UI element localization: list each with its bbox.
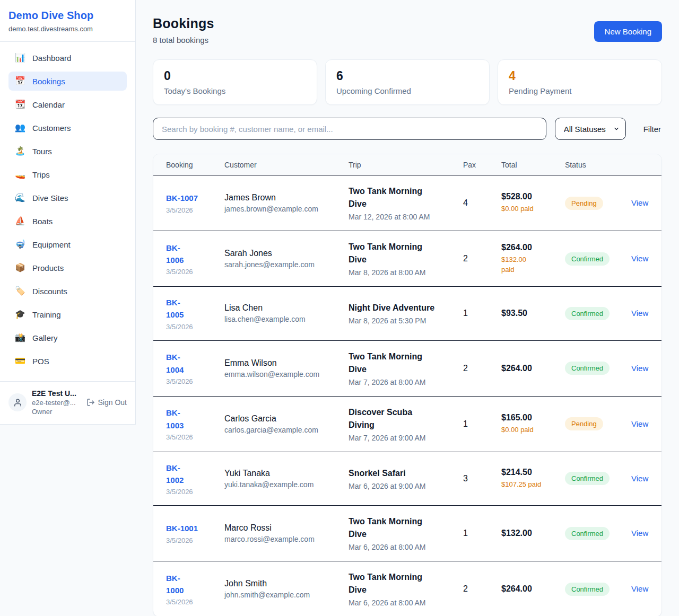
booking-number-link[interactable]: BK-1007 xyxy=(166,192,198,204)
booking-number-link[interactable]: BK- 1006 xyxy=(166,242,184,267)
column-header-pax: Pax xyxy=(463,161,501,169)
sign-out-label: Sign Out xyxy=(98,398,127,407)
filters-bar: All Statuses Filter xyxy=(153,118,662,140)
booking-number-link[interactable]: BK- 1005 xyxy=(166,296,184,321)
sidebar-item-training[interactable]: 🎓 Training xyxy=(8,305,127,324)
total-amount: $264.00 xyxy=(501,584,560,594)
booking-number-link[interactable]: BK- 1004 xyxy=(166,351,184,376)
pax-count: 2 xyxy=(463,364,501,373)
sidebar-item-customers[interactable]: 👥 Customers xyxy=(8,118,127,137)
sidebar-item-equipment[interactable]: 🤿 Equipment xyxy=(8,235,127,254)
total-amount: $264.00 xyxy=(501,364,560,373)
customer-name: Emma Wilson xyxy=(224,358,343,368)
booking-date: 3/5/2026 xyxy=(166,206,219,214)
column-header-total: Total xyxy=(501,161,565,169)
table-header-row: BookingCustomerTripPaxTotalStatus xyxy=(153,154,661,175)
view-link[interactable]: View xyxy=(631,474,648,483)
new-booking-button[interactable]: New Booking xyxy=(594,21,662,42)
trip-name: Night Dive Adventure xyxy=(349,302,458,314)
speedboat-icon: 🚤 xyxy=(15,170,25,179)
total-amount: $264.00 xyxy=(501,243,560,252)
booking-date: 3/5/2026 xyxy=(166,377,219,385)
sidebar-item-gallery[interactable]: 📸 Gallery xyxy=(8,328,127,347)
booking-number-link[interactable]: BK- 1003 xyxy=(166,407,184,432)
booking-number-link[interactable]: BK-1001 xyxy=(166,522,198,534)
table-row: BK- 1004 3/5/2026 Emma Wilson emma.wilso… xyxy=(153,340,661,396)
filter-button[interactable]: Filter xyxy=(643,125,661,134)
total-amount: $165.00 xyxy=(501,413,560,423)
stat-card: 6 Upcoming Confirmed xyxy=(325,59,490,105)
status-badge: Confirmed xyxy=(565,583,610,596)
status-badge: Confirmed xyxy=(565,527,610,540)
calendar-icon: 📆 xyxy=(15,100,25,109)
status-badge: Pending xyxy=(565,417,603,430)
status-badge: Confirmed xyxy=(565,472,610,485)
diving-mask-icon: 🤿 xyxy=(15,240,25,249)
customer-email: sarah.jones@example.com xyxy=(224,260,343,269)
total-amount: $214.50 xyxy=(501,468,560,477)
total-amount: $528.00 xyxy=(501,192,560,201)
view-link[interactable]: View xyxy=(631,254,648,263)
page-header: Bookings 8 total bookings New Booking xyxy=(153,16,662,45)
booking-number-link[interactable]: BK- 1002 xyxy=(166,462,184,487)
sidebar-item-dive-sites[interactable]: 🌊 Dive Sites xyxy=(8,188,127,207)
view-link[interactable]: View xyxy=(631,198,648,207)
stat-value: 6 xyxy=(336,69,478,83)
sidebar-item-products[interactable]: 📦 Products xyxy=(8,258,127,277)
credit-card-icon: 💳 xyxy=(15,357,25,365)
sidebar-item-pos[interactable]: 💳 POS xyxy=(8,351,127,371)
status-badge: Confirmed xyxy=(565,307,610,320)
view-link[interactable]: View xyxy=(631,309,648,318)
people-icon: 👥 xyxy=(15,124,25,132)
sidebar-item-calendar[interactable]: 📆 Calendar xyxy=(8,95,127,114)
sidebar-item-tours[interactable]: 🏝️ Tours xyxy=(8,142,127,161)
pax-count: 1 xyxy=(463,419,501,429)
view-link[interactable]: View xyxy=(631,364,648,373)
sign-out-button[interactable]: Sign Out xyxy=(86,398,127,407)
customer-email: yuki.tanaka@example.com xyxy=(224,480,343,489)
trip-datetime: Mar 6, 2026 at 9:00 AM xyxy=(349,482,458,490)
sidebar-nav: 📊 Dashboard 📅 Bookings 📆 Calendar 👥 Cust… xyxy=(0,42,135,379)
camera-icon: 📸 xyxy=(15,333,25,342)
package-icon: 📦 xyxy=(15,263,25,272)
status-badge: Pending xyxy=(565,197,603,210)
view-link[interactable]: View xyxy=(631,419,648,428)
pax-count: 3 xyxy=(463,474,501,483)
booking-date: 3/5/2026 xyxy=(166,433,219,441)
booking-number-link[interactable]: BK- 1000 xyxy=(166,572,184,597)
sidebar-item-boats[interactable]: ⛵ Boats xyxy=(8,212,127,231)
sidebar-item-dashboard[interactable]: 📊 Dashboard xyxy=(8,48,127,67)
view-link[interactable]: View xyxy=(631,584,648,593)
table-row: BK- 1003 3/5/2026 Carlos Garcia carlos.g… xyxy=(153,396,661,452)
status-badge: Confirmed xyxy=(565,362,610,375)
avatar xyxy=(8,393,27,411)
trip-datetime: Mar 8, 2026 at 5:30 PM xyxy=(349,316,458,325)
trip-name: Two Tank Morning Dive xyxy=(349,350,458,376)
table-row: BK- 1006 3/5/2026 Sarah Jones sarah.jone… xyxy=(153,231,661,286)
table-row: BK- 1002 3/5/2026 Yuki Tanaka yuki.tanak… xyxy=(153,452,661,506)
user-name: E2E Test U... xyxy=(32,389,81,398)
customer-email: lisa.chen@example.com xyxy=(224,315,343,323)
search-input[interactable] xyxy=(153,118,546,140)
trip-datetime: Mar 6, 2026 at 8:00 AM xyxy=(349,543,458,551)
table-row: BK-1007 3/5/2026 James Brown james.brown… xyxy=(153,175,661,231)
trip-name: Two Tank Morning Dive xyxy=(349,571,458,596)
user-box: E2E Test U... e2e-tester@... Owner Sign … xyxy=(0,381,135,424)
customer-name: Lisa Chen xyxy=(224,303,343,313)
sign-out-icon xyxy=(86,398,95,407)
island-icon: 🏝️ xyxy=(15,147,25,155)
sidebar-item-bookings[interactable]: 📅 Bookings xyxy=(8,72,127,91)
view-link[interactable]: View xyxy=(631,529,648,538)
table-row: BK-1001 3/5/2026 Marco Rossi marco.rossi… xyxy=(153,505,661,561)
bookings-table: BookingCustomerTripPaxTotalStatus BK-100… xyxy=(153,154,662,616)
status-filter-select[interactable]: All Statuses xyxy=(555,118,626,140)
sidebar: Demo Dive Shop demo.test.divestreams.com… xyxy=(0,0,136,425)
bar-chart-icon: 📊 xyxy=(15,54,25,62)
customer-name: Carlos Garcia xyxy=(224,414,343,424)
status-select-wrap: All Statuses xyxy=(555,118,626,140)
sidebar-item-trips[interactable]: 🚤 Trips xyxy=(8,165,127,184)
user-role: Owner xyxy=(32,408,81,416)
customer-email: james.brown@example.com xyxy=(224,205,343,213)
wave-icon: 🌊 xyxy=(15,193,25,202)
sidebar-item-discounts[interactable]: 🏷️ Discounts xyxy=(8,281,127,301)
